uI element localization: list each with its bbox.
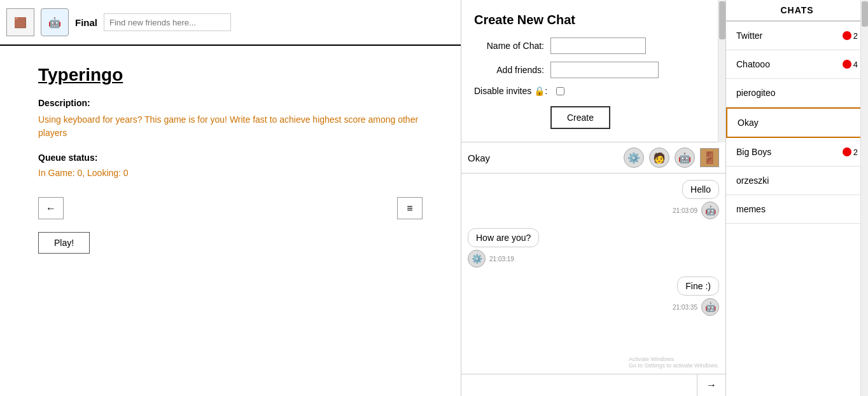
chat-badge: 2 bbox=[843, 31, 858, 41]
badge-count: 2 bbox=[853, 31, 858, 41]
nav-buttons: ← ≡ bbox=[38, 197, 423, 219]
message-time: 21:03:35 bbox=[673, 304, 697, 311]
message-3: Fine :) 21:03:35 🤖 bbox=[468, 277, 719, 316]
chat-badge: 2 bbox=[843, 147, 858, 157]
search-input[interactable] bbox=[104, 13, 231, 31]
game-content: Typeringo Description: Using keyboard fo… bbox=[0, 46, 461, 396]
chat-name-input[interactable] bbox=[550, 38, 646, 54]
message-time: 21:03:19 bbox=[489, 256, 514, 263]
badge-count: 2 bbox=[853, 147, 858, 157]
chat-item-name: orzeszki bbox=[736, 175, 769, 186]
message-2: How are you? ⚙️ 21:03:19 bbox=[468, 228, 719, 268]
chat-list-item-pierogiteo[interactable]: pierogiteo bbox=[726, 79, 868, 107]
chat-list-item-bigboys[interactable]: Big Boys 2 bbox=[726, 138, 868, 167]
create-chat-section: Create New Chat Name of Chat: Add friend… bbox=[461, 0, 725, 142]
add-friends-input[interactable] bbox=[550, 62, 659, 78]
chat-badge: 4 bbox=[843, 60, 858, 69]
user-avatar-book: 🟫 bbox=[6, 8, 34, 36]
badge-count: 4 bbox=[853, 60, 858, 69]
queue-label: Queue status: bbox=[38, 153, 423, 163]
user-avatar-robot: 🤖 bbox=[41, 8, 69, 36]
left-header: 🟫 🤖 Final bbox=[0, 0, 461, 46]
badge-dot bbox=[843, 60, 851, 69]
chat-item-name: pierogiteo bbox=[736, 88, 776, 98]
create-scrollbar bbox=[718, 0, 725, 142]
chat-participant-avatar-3: 🤖 bbox=[675, 147, 695, 168]
message-bubble: How are you? bbox=[468, 228, 539, 247]
middle-panel: Create New Chat Name of Chat: Add friend… bbox=[461, 0, 725, 396]
create-scrollbar-thumb bbox=[719, 1, 725, 39]
chat-item-name: Twitter bbox=[736, 31, 762, 41]
chat-item-name: Chatooo bbox=[736, 59, 770, 69]
chat-messages: Hello 21:03:09 🤖 How are you? ⚙️ 21:03:1… bbox=[461, 174, 725, 374]
chat-list-item-memes[interactable]: memes bbox=[726, 195, 868, 224]
disable-invites-row: Disable invites 🔒: bbox=[474, 86, 713, 96]
chat-message-input[interactable] bbox=[461, 376, 697, 395]
name-row: Name of Chat: bbox=[474, 38, 713, 54]
left-panel: 🟫 🤖 Final Typeringo Description: Using k… bbox=[0, 0, 461, 396]
play-button[interactable]: Play! bbox=[38, 232, 90, 254]
create-chat-title: Create New Chat bbox=[474, 13, 713, 27]
friends-label: Add friends: bbox=[474, 65, 544, 75]
disable-label: Disable invites 🔒: bbox=[474, 86, 547, 96]
chat-participant-avatar-1: ⚙️ bbox=[624, 147, 644, 168]
message-meta: 21:03:35 🤖 bbox=[673, 298, 719, 316]
username: Final bbox=[75, 17, 97, 28]
chat-list-item-twitter[interactable]: Twitter 2 bbox=[726, 22, 868, 50]
chat-item-name: Okay bbox=[738, 118, 759, 128]
description-label: Description: bbox=[38, 98, 423, 108]
chats-header: CHATS bbox=[726, 0, 868, 22]
message-bubble: Fine :) bbox=[677, 277, 719, 296]
message-1: Hello 21:03:09 🤖 bbox=[468, 180, 719, 219]
chat-list-item-chatooo[interactable]: Chatooo 4 bbox=[726, 50, 868, 79]
name-label: Name of Chat: bbox=[474, 41, 544, 51]
chat-participant-avatar-2: 🧑 bbox=[649, 147, 669, 168]
right-scrollbar-thumb bbox=[862, 1, 868, 27]
chat-list-item-okay[interactable]: Okay bbox=[726, 107, 868, 138]
send-button[interactable]: → bbox=[697, 374, 725, 396]
message-time: 21:03:09 bbox=[673, 207, 697, 214]
msg-avatar-left-1: ⚙️ bbox=[468, 250, 486, 268]
create-chat-form: Create New Chat Name of Chat: Add friend… bbox=[461, 0, 725, 142]
queue-status: In Game: 0, Looking: 0 bbox=[38, 168, 423, 178]
game-title: Typeringo bbox=[38, 65, 423, 85]
msg-avatar-right-1: 🤖 bbox=[701, 201, 719, 219]
chat-door-icon[interactable]: 🚪 bbox=[700, 148, 719, 167]
chat-list-item-orzeszki[interactable]: orzeszki bbox=[726, 167, 868, 195]
right-panel: CHATS Twitter 2 Chatooo 4 pierogiteo Oka… bbox=[725, 0, 868, 396]
next-button[interactable]: ≡ bbox=[397, 197, 423, 219]
chat-list: Twitter 2 Chatooo 4 pierogiteo Okay Big … bbox=[726, 22, 868, 396]
right-scrollbar bbox=[860, 0, 868, 396]
chat-section: Okay ⚙️ 🧑 🤖 🚪 Hello 21:03:09 🤖 How are y… bbox=[461, 142, 725, 396]
message-meta: ⚙️ 21:03:19 bbox=[468, 250, 514, 268]
chat-name: Okay bbox=[468, 153, 619, 163]
chat-input-row: → bbox=[461, 374, 725, 396]
description-text: Using keyboard for years? This game is f… bbox=[38, 113, 423, 140]
chat-item-name: Big Boys bbox=[736, 147, 771, 157]
friends-row: Add friends: bbox=[474, 62, 713, 78]
chat-item-name: memes bbox=[736, 204, 766, 214]
disable-invites-checkbox[interactable] bbox=[556, 87, 564, 95]
chat-header: Okay ⚙️ 🧑 🤖 🚪 bbox=[461, 142, 725, 174]
activate-watermark: Activate WindowsGo to Settings to activa… bbox=[629, 356, 719, 369]
prev-button[interactable]: ← bbox=[38, 197, 64, 219]
badge-dot bbox=[843, 31, 851, 40]
msg-avatar-right-2: 🤖 bbox=[701, 298, 719, 316]
badge-dot bbox=[843, 147, 851, 156]
create-button[interactable]: Create bbox=[550, 106, 610, 129]
message-bubble: Hello bbox=[682, 180, 719, 199]
message-meta: 21:03:09 🤖 bbox=[673, 201, 719, 219]
